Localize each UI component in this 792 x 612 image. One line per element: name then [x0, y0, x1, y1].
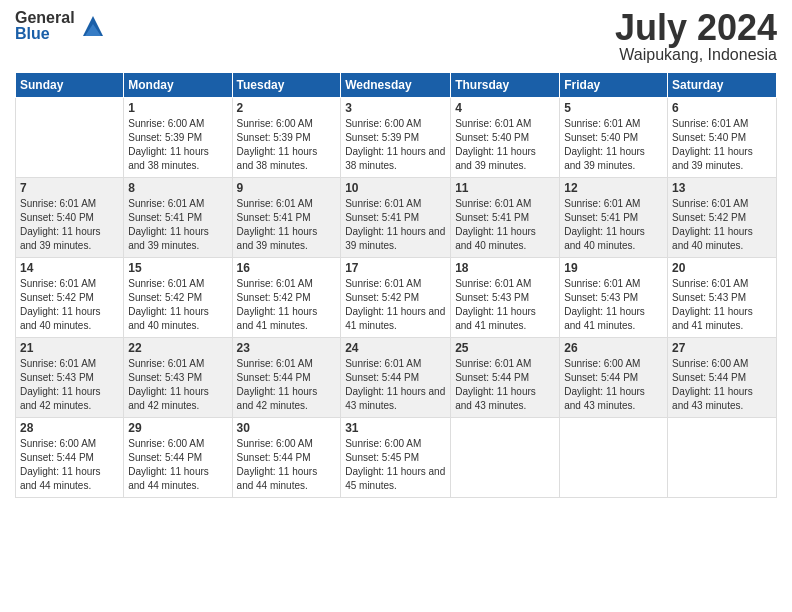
logo-text: General Blue — [15, 10, 75, 42]
calendar-cell: 11Sunrise: 6:01 AMSunset: 5:41 PMDayligh… — [451, 178, 560, 258]
calendar-cell: 8Sunrise: 6:01 AMSunset: 5:41 PMDaylight… — [124, 178, 232, 258]
calendar-cell: 6Sunrise: 6:01 AMSunset: 5:40 PMDaylight… — [668, 98, 777, 178]
calendar-cell: 28Sunrise: 6:00 AMSunset: 5:44 PMDayligh… — [16, 418, 124, 498]
day-info: Sunrise: 6:01 AMSunset: 5:43 PMDaylight:… — [672, 277, 772, 333]
logo-general: General — [15, 10, 75, 26]
day-number: 10 — [345, 181, 446, 195]
day-number: 2 — [237, 101, 337, 115]
day-info: Sunrise: 6:00 AMSunset: 5:44 PMDaylight:… — [237, 437, 337, 493]
day-number: 8 — [128, 181, 227, 195]
day-number: 22 — [128, 341, 227, 355]
week-row-3: 21Sunrise: 6:01 AMSunset: 5:43 PMDayligh… — [16, 338, 777, 418]
day-info: Sunrise: 6:01 AMSunset: 5:40 PMDaylight:… — [672, 117, 772, 173]
day-number: 21 — [20, 341, 119, 355]
logo-blue: Blue — [15, 26, 75, 42]
calendar-cell: 2Sunrise: 6:00 AMSunset: 5:39 PMDaylight… — [232, 98, 341, 178]
day-number: 28 — [20, 421, 119, 435]
day-number: 29 — [128, 421, 227, 435]
day-number: 25 — [455, 341, 555, 355]
day-number: 19 — [564, 261, 663, 275]
calendar-cell: 13Sunrise: 6:01 AMSunset: 5:42 PMDayligh… — [668, 178, 777, 258]
calendar-cell: 9Sunrise: 6:01 AMSunset: 5:41 PMDaylight… — [232, 178, 341, 258]
calendar-cell: 3Sunrise: 6:00 AMSunset: 5:39 PMDaylight… — [341, 98, 451, 178]
header-saturday: Saturday — [668, 73, 777, 98]
day-number: 4 — [455, 101, 555, 115]
header-thursday: Thursday — [451, 73, 560, 98]
day-info: Sunrise: 6:01 AMSunset: 5:41 PMDaylight:… — [345, 197, 446, 253]
week-row-0: 1Sunrise: 6:00 AMSunset: 5:39 PMDaylight… — [16, 98, 777, 178]
calendar-cell: 12Sunrise: 6:01 AMSunset: 5:41 PMDayligh… — [560, 178, 668, 258]
header-wednesday: Wednesday — [341, 73, 451, 98]
day-info: Sunrise: 6:01 AMSunset: 5:41 PMDaylight:… — [455, 197, 555, 253]
day-number: 5 — [564, 101, 663, 115]
day-info: Sunrise: 6:01 AMSunset: 5:43 PMDaylight:… — [20, 357, 119, 413]
calendar-cell: 20Sunrise: 6:01 AMSunset: 5:43 PMDayligh… — [668, 258, 777, 338]
day-number: 11 — [455, 181, 555, 195]
calendar-cell — [451, 418, 560, 498]
header-friday: Friday — [560, 73, 668, 98]
day-number: 26 — [564, 341, 663, 355]
day-number: 18 — [455, 261, 555, 275]
day-info: Sunrise: 6:00 AMSunset: 5:44 PMDaylight:… — [128, 437, 227, 493]
day-info: Sunrise: 6:00 AMSunset: 5:39 PMDaylight:… — [128, 117, 227, 173]
day-info: Sunrise: 6:01 AMSunset: 5:43 PMDaylight:… — [455, 277, 555, 333]
day-info: Sunrise: 6:01 AMSunset: 5:41 PMDaylight:… — [128, 197, 227, 253]
month-year-title: July 2024 — [615, 10, 777, 46]
day-info: Sunrise: 6:01 AMSunset: 5:42 PMDaylight:… — [672, 197, 772, 253]
day-number: 9 — [237, 181, 337, 195]
calendar-table: Sunday Monday Tuesday Wednesday Thursday… — [15, 72, 777, 498]
calendar-cell: 27Sunrise: 6:00 AMSunset: 5:44 PMDayligh… — [668, 338, 777, 418]
calendar-header: Sunday Monday Tuesday Wednesday Thursday… — [16, 73, 777, 98]
day-number: 1 — [128, 101, 227, 115]
calendar-cell — [560, 418, 668, 498]
header-sunday: Sunday — [16, 73, 124, 98]
calendar-cell: 17Sunrise: 6:01 AMSunset: 5:42 PMDayligh… — [341, 258, 451, 338]
weekday-header-row: Sunday Monday Tuesday Wednesday Thursday… — [16, 73, 777, 98]
day-info: Sunrise: 6:01 AMSunset: 5:42 PMDaylight:… — [20, 277, 119, 333]
calendar-cell: 10Sunrise: 6:01 AMSunset: 5:41 PMDayligh… — [341, 178, 451, 258]
title-section: July 2024 Waipukang, Indonesia — [615, 10, 777, 64]
day-number: 31 — [345, 421, 446, 435]
page-container: General Blue July 2024 Waipukang, Indone… — [0, 0, 792, 612]
day-info: Sunrise: 6:01 AMSunset: 5:42 PMDaylight:… — [237, 277, 337, 333]
day-info: Sunrise: 6:00 AMSunset: 5:44 PMDaylight:… — [672, 357, 772, 413]
header-monday: Monday — [124, 73, 232, 98]
calendar-cell: 29Sunrise: 6:00 AMSunset: 5:44 PMDayligh… — [124, 418, 232, 498]
day-info: Sunrise: 6:01 AMSunset: 5:43 PMDaylight:… — [128, 357, 227, 413]
day-info: Sunrise: 6:01 AMSunset: 5:44 PMDaylight:… — [237, 357, 337, 413]
calendar-cell — [16, 98, 124, 178]
day-info: Sunrise: 6:00 AMSunset: 5:44 PMDaylight:… — [564, 357, 663, 413]
day-info: Sunrise: 6:01 AMSunset: 5:40 PMDaylight:… — [20, 197, 119, 253]
header: General Blue July 2024 Waipukang, Indone… — [15, 10, 777, 64]
calendar-cell: 5Sunrise: 6:01 AMSunset: 5:40 PMDaylight… — [560, 98, 668, 178]
calendar-cell: 22Sunrise: 6:01 AMSunset: 5:43 PMDayligh… — [124, 338, 232, 418]
calendar-cell: 23Sunrise: 6:01 AMSunset: 5:44 PMDayligh… — [232, 338, 341, 418]
calendar-cell: 15Sunrise: 6:01 AMSunset: 5:42 PMDayligh… — [124, 258, 232, 338]
calendar-cell: 19Sunrise: 6:01 AMSunset: 5:43 PMDayligh… — [560, 258, 668, 338]
calendar-body: 1Sunrise: 6:00 AMSunset: 5:39 PMDaylight… — [16, 98, 777, 498]
day-info: Sunrise: 6:01 AMSunset: 5:40 PMDaylight:… — [455, 117, 555, 173]
day-info: Sunrise: 6:01 AMSunset: 5:44 PMDaylight:… — [455, 357, 555, 413]
day-info: Sunrise: 6:00 AMSunset: 5:39 PMDaylight:… — [345, 117, 446, 173]
day-number: 13 — [672, 181, 772, 195]
day-info: Sunrise: 6:01 AMSunset: 5:44 PMDaylight:… — [345, 357, 446, 413]
day-number: 15 — [128, 261, 227, 275]
day-number: 14 — [20, 261, 119, 275]
calendar-cell: 30Sunrise: 6:00 AMSunset: 5:44 PMDayligh… — [232, 418, 341, 498]
week-row-2: 14Sunrise: 6:01 AMSunset: 5:42 PMDayligh… — [16, 258, 777, 338]
day-number: 12 — [564, 181, 663, 195]
day-number: 23 — [237, 341, 337, 355]
calendar-cell: 25Sunrise: 6:01 AMSunset: 5:44 PMDayligh… — [451, 338, 560, 418]
calendar-cell: 1Sunrise: 6:00 AMSunset: 5:39 PMDaylight… — [124, 98, 232, 178]
day-info: Sunrise: 6:00 AMSunset: 5:45 PMDaylight:… — [345, 437, 446, 493]
calendar-cell: 16Sunrise: 6:01 AMSunset: 5:42 PMDayligh… — [232, 258, 341, 338]
week-row-4: 28Sunrise: 6:00 AMSunset: 5:44 PMDayligh… — [16, 418, 777, 498]
day-number: 3 — [345, 101, 446, 115]
day-info: Sunrise: 6:01 AMSunset: 5:41 PMDaylight:… — [237, 197, 337, 253]
logo: General Blue — [15, 10, 107, 42]
calendar-cell: 4Sunrise: 6:01 AMSunset: 5:40 PMDaylight… — [451, 98, 560, 178]
calendar-cell: 14Sunrise: 6:01 AMSunset: 5:42 PMDayligh… — [16, 258, 124, 338]
day-info: Sunrise: 6:01 AMSunset: 5:42 PMDaylight:… — [345, 277, 446, 333]
day-number: 27 — [672, 341, 772, 355]
day-info: Sunrise: 6:01 AMSunset: 5:42 PMDaylight:… — [128, 277, 227, 333]
